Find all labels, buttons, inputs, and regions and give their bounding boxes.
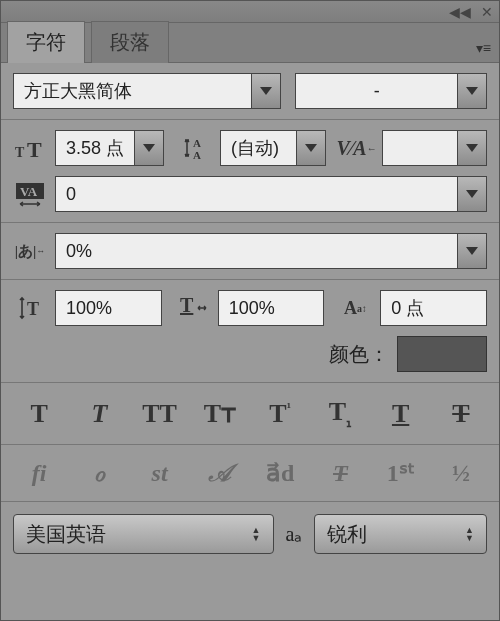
font-size-field[interactable]: 3.58 点	[55, 130, 164, 166]
opentype-row: fi ℴ st 𝒜 a⃗d T 1ˢᵗ ½	[1, 445, 499, 502]
font-style-value[interactable]: -	[295, 73, 457, 109]
font-family-value[interactable]: 方正大黑简体	[13, 73, 251, 109]
tsume-value[interactable]: 0%	[55, 233, 457, 269]
tsume-section: |あ|↔ 0%	[1, 223, 499, 280]
close-button[interactable]: ✕	[481, 4, 493, 20]
ligatures-button[interactable]: fi	[20, 460, 58, 487]
ordinals-button[interactable]: 1ˢᵗ	[382, 459, 420, 487]
tab-paragraph[interactable]: 段落	[91, 21, 169, 63]
kerning-dropdown[interactable]	[457, 130, 487, 166]
language-value: 美国英语	[26, 521, 106, 548]
character-panel: ◀◀ ✕ 字符 段落 ▾≡ 方正大黑简体 - TT 3.58 点	[0, 0, 500, 621]
font-style-dropdown[interactable]	[457, 73, 487, 109]
strikethrough-button[interactable]: T	[442, 399, 480, 429]
superscript-button[interactable]: T¹	[261, 399, 299, 429]
stylistic-alt-button[interactable]: st	[141, 460, 179, 487]
leading-icon: AA	[178, 133, 212, 163]
titling-button[interactable]: T	[321, 460, 359, 487]
panel-menu-button[interactable]: ▾≡	[476, 40, 491, 56]
svg-text:A: A	[193, 137, 201, 149]
font-section: 方正大黑简体 -	[1, 63, 499, 120]
baseline-shift-icon: Aa↕	[338, 293, 372, 323]
hscale-icon: T	[176, 293, 210, 323]
underline-button[interactable]: T	[382, 399, 420, 429]
font-family-field[interactable]: 方正大黑简体	[13, 73, 281, 109]
italic-button[interactable]: T	[80, 399, 118, 429]
fractions-button[interactable]: ½	[442, 460, 480, 487]
script-a-button[interactable]: 𝒜	[201, 460, 239, 487]
subscript-button[interactable]: T₁	[321, 397, 359, 430]
tracking-field[interactable]: 0	[55, 176, 487, 212]
smallcaps-button[interactable]: Tᴛ	[201, 398, 239, 429]
tab-character[interactable]: 字符	[7, 21, 85, 63]
scale-section: T 100% T 100% Aa↕ 0 点 颜色：	[1, 280, 499, 383]
svg-text:T: T	[15, 145, 25, 160]
language-stepper-icon: ▲▼	[252, 526, 261, 542]
size-leading-section: TT 3.58 点 AA (自动) V⁄A←	[1, 120, 499, 223]
leading-field[interactable]: (自动)	[220, 130, 325, 166]
kerning-value[interactable]	[382, 130, 457, 166]
font-size-dropdown[interactable]	[134, 130, 164, 166]
font-size-icon: TT	[13, 133, 47, 163]
allcaps-button[interactable]: TT	[141, 399, 179, 429]
antialias-select[interactable]: 锐利 ▲▼	[314, 514, 487, 554]
leading-dropdown[interactable]	[296, 130, 326, 166]
bottom-row: 美国英语 ▲▼ aₐ 锐利 ▲▼	[1, 502, 499, 566]
collapse-button[interactable]: ◀◀	[449, 4, 471, 20]
tracking-value[interactable]: 0	[55, 176, 457, 212]
antialias-value: 锐利	[327, 521, 367, 548]
font-family-dropdown[interactable]	[251, 73, 281, 109]
swash-button[interactable]: ℴ	[80, 459, 118, 487]
leading-value[interactable]: (自动)	[220, 130, 295, 166]
svg-text:T: T	[27, 299, 39, 319]
style-row: T T TT Tᴛ T¹ T₁ T T	[1, 383, 499, 445]
language-select[interactable]: 美国英语 ▲▼	[13, 514, 274, 554]
baseline-input[interactable]: 0 点	[380, 290, 487, 326]
svg-text:T: T	[180, 294, 194, 316]
font-style-field[interactable]: -	[295, 73, 487, 109]
hscale-input[interactable]: 100%	[218, 290, 325, 326]
color-label: 颜色：	[329, 341, 389, 368]
antialias-stepper-icon: ▲▼	[465, 526, 474, 542]
tracking-icon: VA	[13, 179, 47, 209]
panel-titlebar: ◀◀ ✕	[1, 1, 499, 23]
tsume-field[interactable]: 0%	[55, 233, 487, 269]
color-swatch[interactable]	[397, 336, 487, 372]
svg-text:VA: VA	[20, 184, 38, 199]
kerning-icon: V⁄A←	[340, 133, 374, 163]
font-size-value[interactable]: 3.58 点	[55, 130, 134, 166]
contextual-alt-button[interactable]: a⃗d	[261, 459, 299, 487]
svg-text:A: A	[193, 149, 201, 161]
tracking-dropdown[interactable]	[457, 176, 487, 212]
svg-text:T: T	[27, 137, 42, 161]
vscale-input[interactable]: 100%	[55, 290, 162, 326]
tsume-icon: |あ|↔	[13, 236, 47, 266]
antialias-icon: aₐ	[286, 522, 303, 546]
tsume-dropdown[interactable]	[457, 233, 487, 269]
vscale-icon: T	[13, 293, 47, 323]
bold-button[interactable]: T	[20, 399, 58, 429]
tabbar: 字符 段落 ▾≡	[1, 23, 499, 63]
kerning-field[interactable]	[382, 130, 487, 166]
